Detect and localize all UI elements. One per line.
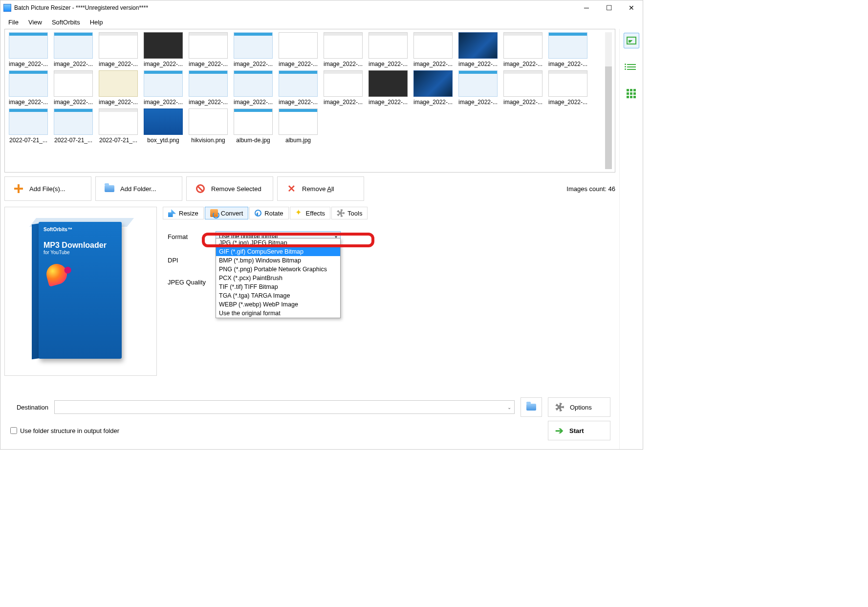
remove-icon [196, 184, 205, 193]
thumbnail[interactable]: box_ytd.png [143, 108, 184, 144]
view-mode-thumbnails[interactable] [624, 33, 639, 48]
format-option-tif[interactable]: TIF (*.tif) TIFF Bitmap [216, 282, 340, 291]
preview-subtitle: for YouTube [43, 250, 117, 255]
thumbnail[interactable]: image_2022-... [8, 32, 49, 67]
thumbnail[interactable]: image_2022-... [188, 32, 229, 67]
close-button[interactable]: ✕ [620, 0, 643, 15]
window-title: Batch Picture Resizer - ****Unregistered… [14, 4, 575, 11]
menu-softorbits[interactable]: SoftOrbits [47, 17, 85, 28]
thumbnail[interactable]: image_2022-... [457, 32, 499, 67]
format-option-webp[interactable]: WEBP (*.webp) WebP Image [216, 300, 340, 309]
destination-combo[interactable]: ⌄ [54, 400, 515, 414]
title-bar: Batch Picture Resizer - ****Unregistered… [0, 0, 643, 15]
thumbnail-scrollbar[interactable] [605, 32, 612, 169]
use-folder-structure-checkbox[interactable] [10, 427, 17, 434]
image-icon [627, 37, 636, 44]
convert-icon [210, 209, 218, 217]
preview-logo-icon [44, 261, 69, 286]
menu-help[interactable]: Help [85, 17, 108, 28]
thumbnail[interactable]: image_2022-... [233, 70, 274, 106]
thumbnail[interactable]: image_2022-... [98, 70, 139, 106]
tab-effects[interactable]: ✦Effects [290, 207, 331, 219]
menu-file[interactable]: File [3, 17, 23, 28]
x-icon: ✕ [286, 184, 296, 194]
use-folder-structure-label: Use folder structure in output folder [20, 427, 119, 434]
thumbnail[interactable]: image_2022-... [233, 32, 274, 67]
thumbnail[interactable]: image_2022-... [412, 70, 454, 106]
thumbnail-panel: image_2022-... image_2022-... image_2022… [4, 29, 615, 173]
tools-icon [337, 209, 345, 217]
format-label: Format [168, 233, 215, 240]
options-button[interactable]: Options [548, 397, 610, 417]
thumbnail[interactable]: image_2022-... [547, 32, 588, 67]
app-icon [3, 4, 11, 12]
grid-icon [627, 89, 636, 98]
thumbnail[interactable]: image_2022-... [8, 70, 49, 106]
tab-tools[interactable]: Tools [331, 207, 368, 219]
preview-pane: SoftOrbits™ MP3 Downloader for YouTube [4, 207, 157, 376]
preview-title: MP3 Downloader [43, 241, 117, 250]
effects-icon: ✦ [295, 209, 303, 217]
thumbnail[interactable]: 2022-07-21_... [53, 108, 94, 144]
images-count: Images count: 46 [566, 185, 615, 193]
menu-view[interactable]: View [23, 17, 47, 28]
minimize-button[interactable]: ─ [575, 0, 598, 15]
thumbnail[interactable]: image_2022-... [143, 32, 184, 67]
format-option-jpg[interactable]: JPG (*.jpg) JPEG Bitmap [216, 238, 340, 247]
start-button[interactable]: ➔Start [548, 421, 610, 440]
thumbnail[interactable]: image_2022-... [323, 70, 364, 106]
tab-bar: Resize Convert Rotate ✦Effects Tools [163, 207, 615, 219]
thumbnail[interactable]: image_2022-... [188, 70, 229, 106]
dpi-label: DPI [168, 257, 215, 264]
thumbnail[interactable]: 2022-07-21_... [98, 108, 139, 144]
tab-resize[interactable]: Resize [163, 207, 204, 219]
thumbnail[interactable]: image_2022-... [547, 70, 588, 106]
view-mode-grid[interactable] [624, 86, 639, 101]
thumbnail[interactable]: hikvision.png [188, 108, 229, 144]
add-files-button[interactable]: Add File(s)... [4, 176, 91, 201]
maximize-button[interactable]: ☐ [598, 0, 620, 15]
tab-convert[interactable]: Convert [205, 207, 249, 219]
format-option-bmp[interactable]: BMP (*.bmp) Windows Bitmap [216, 256, 340, 265]
thumbnail[interactable]: album-de.jpg [233, 108, 274, 144]
browse-destination-button[interactable] [521, 397, 542, 417]
jpeg-quality-label: JPEG Quality [168, 279, 215, 286]
remove-all-button[interactable]: ✕Remove All [277, 176, 364, 201]
thumbnail[interactable]: image_2022-... [143, 70, 184, 106]
format-option-tga[interactable]: TGA (*.tga) TARGA Image [216, 291, 340, 300]
tab-rotate[interactable]: Rotate [249, 207, 288, 219]
thumbnail[interactable]: image_2022-... [278, 32, 319, 67]
thumbnail[interactable]: image_2022-... [323, 32, 364, 67]
thumbnail[interactable]: image_2022-... [502, 32, 543, 67]
destination-label: Destination [9, 404, 48, 411]
thumbnail[interactable]: image_2022-... [53, 32, 94, 67]
thumbnail[interactable]: image_2022-... [502, 70, 543, 106]
thumbnail[interactable]: album.jpg [278, 108, 319, 144]
format-option-original[interactable]: Use the original format [216, 309, 340, 318]
view-mode-toolbar [619, 29, 643, 449]
list-icon [627, 64, 636, 70]
gear-icon [555, 403, 564, 412]
view-mode-list[interactable] [624, 59, 639, 75]
folder-icon [105, 185, 114, 192]
thumbnail[interactable]: image_2022-... [53, 70, 94, 106]
thumbnail[interactable]: image_2022-... [412, 32, 454, 67]
folder-icon [526, 404, 536, 411]
thumbnail[interactable]: image_2022-... [368, 70, 409, 106]
format-combo[interactable]: Use the original format▾ JPG (*.jpg) JPE… [216, 231, 341, 242]
preview-brand: SoftOrbits™ [43, 227, 117, 232]
format-dropdown: JPG (*.jpg) JPEG Bitmap GIF (*.gif) Comp… [216, 238, 341, 318]
menu-bar: File View SoftOrbits Help [0, 15, 643, 29]
format-option-gif[interactable]: GIF (*.gif) CompuServe Bitmap [216, 247, 340, 256]
remove-selected-button[interactable]: Remove Selected [186, 176, 273, 201]
thumbnail[interactable]: image_2022-... [368, 32, 409, 67]
thumbnail[interactable]: image_2022-... [278, 70, 319, 106]
thumbnail[interactable]: image_2022-... [98, 32, 139, 67]
add-folder-button[interactable]: Add Folder... [95, 176, 182, 201]
chevron-down-icon: ⌄ [507, 405, 511, 410]
format-option-pcx[interactable]: PCX (*.pcx) PaintBrush [216, 274, 340, 282]
format-option-png[interactable]: PNG (*.png) Portable Network Graphics [216, 265, 340, 274]
resize-icon [168, 209, 176, 217]
thumbnail[interactable]: 2022-07-21_... [8, 108, 49, 144]
thumbnail[interactable]: image_2022-... [457, 70, 499, 106]
